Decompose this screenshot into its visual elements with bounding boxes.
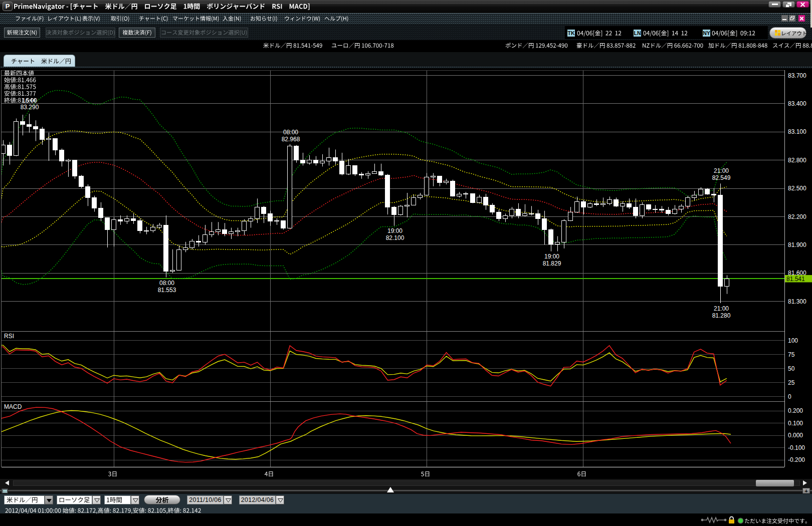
svg-text:0.100: 0.100 bbox=[788, 420, 803, 427]
svg-text:82.549: 82.549 bbox=[712, 174, 731, 181]
svg-text:81.300: 81.300 bbox=[788, 298, 806, 305]
svg-text:75: 75 bbox=[788, 351, 795, 358]
svg-text:81.900: 81.900 bbox=[788, 241, 806, 248]
svg-text:83.290: 83.290 bbox=[21, 104, 39, 111]
svg-text:100: 100 bbox=[788, 337, 798, 344]
svg-text:82.968: 82.968 bbox=[282, 136, 300, 143]
svg-text:25: 25 bbox=[788, 379, 795, 386]
svg-text:81.829: 81.829 bbox=[543, 260, 561, 267]
svg-text:-0.200: -0.200 bbox=[788, 456, 805, 463]
svg-text:16:00: 16:00 bbox=[22, 97, 37, 104]
svg-text:83.400: 83.400 bbox=[788, 100, 806, 107]
svg-text:RSI: RSI bbox=[4, 333, 14, 340]
svg-text:MACD: MACD bbox=[4, 403, 22, 410]
svg-text:21:00: 21:00 bbox=[714, 167, 729, 174]
svg-text:21:00: 21:00 bbox=[714, 305, 729, 312]
svg-text:81.541: 81.541 bbox=[786, 276, 805, 283]
svg-text:82.200: 82.200 bbox=[788, 213, 806, 220]
svg-text:0.200: 0.200 bbox=[788, 407, 803, 414]
svg-text:82.100: 82.100 bbox=[386, 234, 404, 241]
svg-text:50: 50 bbox=[788, 365, 795, 372]
svg-text:0.000: 0.000 bbox=[788, 432, 803, 439]
svg-text:-0.100: -0.100 bbox=[788, 444, 805, 451]
svg-text:08:00: 08:00 bbox=[159, 280, 174, 287]
svg-text:81.553: 81.553 bbox=[158, 287, 176, 294]
svg-text:82.500: 82.500 bbox=[788, 185, 806, 192]
svg-text:19:00: 19:00 bbox=[387, 227, 402, 234]
svg-text:08:00: 08:00 bbox=[283, 129, 298, 136]
svg-text:0: 0 bbox=[788, 393, 791, 400]
svg-text:83.700: 83.700 bbox=[788, 72, 806, 79]
svg-text:82.800: 82.800 bbox=[788, 157, 806, 164]
svg-text:19:00: 19:00 bbox=[544, 253, 559, 260]
svg-text:81.280: 81.280 bbox=[712, 312, 731, 319]
svg-text:83.100: 83.100 bbox=[788, 128, 806, 135]
